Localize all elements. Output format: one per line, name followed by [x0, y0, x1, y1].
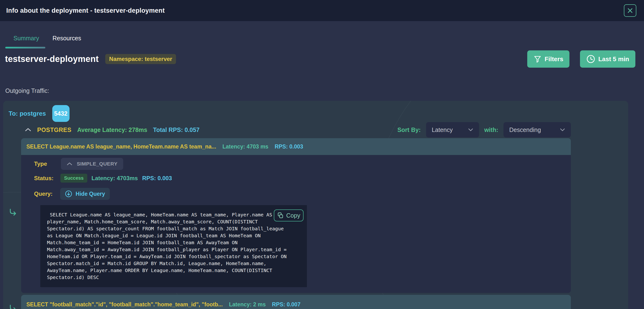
- query-type-dropdown[interactable]: SIMPLE_QUERY: [61, 158, 123, 170]
- copy-button[interactable]: Copy: [274, 209, 304, 221]
- query-type-row: Type SIMPLE_QUERY: [34, 158, 571, 170]
- filters-button[interactable]: Filters: [527, 50, 570, 68]
- query-row-header[interactable]: SELECT "football_match"."id", "football_…: [21, 295, 571, 309]
- sort-with-label: with:: [484, 126, 498, 133]
- active-tab-underline: [5, 47, 45, 49]
- hide-query-button[interactable]: Hide Query: [60, 188, 110, 200]
- close-button[interactable]: [624, 4, 636, 17]
- tab-summary[interactable]: Summary: [14, 35, 39, 49]
- detail-latency: Latency: 4703ms: [92, 175, 138, 182]
- query-rps: RPS: 0.003: [274, 143, 303, 150]
- query-latency: Latency: 2 ms: [229, 301, 266, 308]
- deployment-heading-row: testserver-deployment Namespace: testser…: [5, 50, 635, 68]
- chevron-down-icon: [468, 128, 473, 131]
- collapse-group-button[interactable]: [25, 127, 32, 132]
- query-latency: Latency: 4703 ms: [222, 143, 268, 150]
- outgoing-traffic-title: Outgoing Traffic:: [5, 87, 644, 94]
- tab-bar: Summary Resources: [0, 21, 644, 49]
- sub-query-arrow-icon: [9, 305, 17, 309]
- deployment-info-modal: Info about the deployment - testserver-d…: [0, 0, 644, 309]
- tab-resources-label: Resources: [52, 35, 81, 42]
- tab-resources[interactable]: Resources: [52, 35, 81, 49]
- protocol-name: POSTGRES: [37, 126, 72, 133]
- time-range-button-label: Last 5 min: [598, 55, 629, 63]
- deployment-name: testserver-deployment: [5, 54, 98, 64]
- type-label: Type: [34, 160, 47, 167]
- detail-rps: RPS: 0.003: [142, 175, 172, 182]
- query-toggle-row: Query: Hide Query: [34, 188, 571, 200]
- query-text: SELECT "football_match"."id", "football_…: [26, 301, 223, 308]
- chevron-up-icon: [67, 162, 72, 166]
- copy-icon: [277, 212, 284, 219]
- query-label: Query:: [34, 190, 52, 197]
- status-badge: Success: [60, 174, 87, 183]
- heading-actions: Filters Last 5 min: [527, 50, 635, 68]
- query-rps: RPS: 0.007: [272, 301, 300, 308]
- circle-arrow-down-icon: [65, 190, 72, 197]
- protocol-group-row: POSTGRES Average Latency: 278ms Total RP…: [25, 122, 571, 137]
- sql-code-block: SELECT League.name AS league_name, HomeT…: [40, 205, 307, 287]
- query-type-value: SIMPLE_QUERY: [77, 161, 118, 167]
- close-icon: [627, 8, 633, 14]
- modal-header: Info about the deployment - testserver-d…: [0, 0, 644, 21]
- protocol-avg-latency: Average Latency: 278ms: [77, 126, 147, 133]
- sort-by-dropdown[interactable]: Latency: [426, 122, 479, 137]
- chevron-up-icon: [25, 127, 32, 132]
- outgoing-traffic-panel: To: postgres 5432 POSTGRES Average Laten…: [3, 101, 628, 309]
- clock-icon: [586, 55, 595, 64]
- sub-query-arrow-icon: [9, 209, 17, 217]
- destination-label: To: postgres: [9, 110, 46, 117]
- sort-by-label: Sort By:: [397, 126, 420, 133]
- query-card: SELECT League.name AS league_name, HomeT…: [21, 138, 571, 293]
- chevron-down-icon: [560, 128, 565, 131]
- query-text: SELECT League.name AS league_name, HomeT…: [26, 143, 216, 150]
- sort-order-value: Descending: [509, 126, 541, 133]
- status-label: Status:: [34, 175, 54, 182]
- protocol-total-rps: Total RPS: 0.057: [153, 126, 200, 133]
- copy-button-label: Copy: [286, 212, 300, 219]
- query-detail-panel: Type SIMPLE_QUERY Status: Success Latenc…: [21, 155, 571, 293]
- destination-row: To: postgres 5432: [9, 105, 628, 122]
- time-range-button[interactable]: Last 5 min: [580, 50, 635, 68]
- sort-order-dropdown[interactable]: Descending: [504, 122, 571, 137]
- query-row-header[interactable]: SELECT League.name AS league_name, HomeT…: [21, 138, 571, 155]
- sort-controls: Sort By: Latency with: Descending: [397, 122, 571, 137]
- filters-button-label: Filters: [544, 55, 563, 63]
- destination-port-badge: 5432: [52, 105, 70, 122]
- hide-query-button-label: Hide Query: [76, 191, 105, 197]
- query-card: SELECT "football_match"."id", "football_…: [21, 295, 571, 309]
- sort-by-value: Latency: [432, 126, 453, 133]
- tab-summary-label: Summary: [14, 35, 39, 42]
- namespace-badge: Namespace: testserver: [105, 54, 176, 64]
- modal-title: Info about the deployment - testserver-d…: [6, 7, 165, 15]
- sql-query-text: SELECT League.name AS league_name, HomeT…: [47, 211, 300, 281]
- query-status-row: Status: Success Latency: 4703ms RPS: 0.0…: [34, 174, 571, 183]
- filter-funnel-icon: [534, 55, 542, 63]
